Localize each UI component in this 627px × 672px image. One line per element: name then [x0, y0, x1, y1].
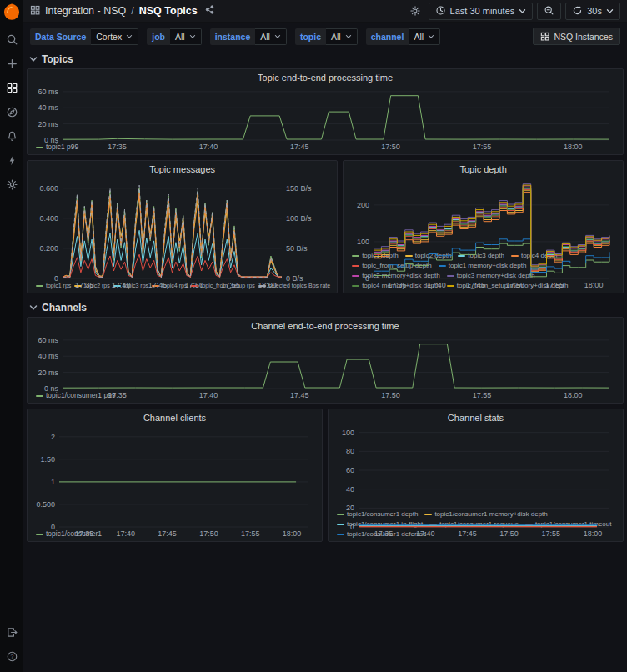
panel-topic-depth: Topic depth 010020017:3517:4017:4517:501…: [343, 160, 624, 293]
panel-title[interactable]: Channel clients: [33, 412, 317, 424]
chevron-down-icon: [345, 34, 352, 39]
chevron-down-icon: [126, 34, 133, 39]
panel-title[interactable]: Topic messages: [33, 163, 332, 176]
dashboard-settings-gear-icon[interactable]: [406, 3, 424, 18]
share-icon[interactable]: [204, 4, 215, 18]
svg-text:1: 1: [51, 478, 55, 486]
panel-title[interactable]: Channel stats: [334, 412, 618, 424]
alerting-bell-icon[interactable]: [0, 124, 23, 148]
create-icon[interactable]: [0, 52, 23, 76]
svg-text:17:50: 17:50: [381, 391, 400, 399]
panel-title[interactable]: Channel end-to-end processing time: [33, 320, 618, 333]
svg-text:40: 40: [346, 485, 354, 494]
chart-area[interactable]: 00.50011.50217:3517:4017:4517:5017:5518:…: [33, 424, 317, 529]
row-label: Channels: [42, 302, 87, 313]
svg-text:20 ms: 20 ms: [38, 369, 58, 377]
svg-text:60 ms: 60 ms: [38, 336, 58, 344]
variable-value-dropdown[interactable]: All: [409, 28, 440, 45]
chart-area[interactable]: 02040608010017:3517:4017:4517:5017:5518:…: [334, 424, 618, 509]
svg-text:0: 0: [54, 274, 58, 283]
variable-label: Data Source: [30, 28, 91, 45]
nsq-instances-link[interactable]: NSQ Instances: [533, 28, 620, 45]
svg-text:40 ms: 40 ms: [38, 352, 58, 360]
variable-value-dropdown[interactable]: All: [170, 28, 202, 45]
svg-text:100: 100: [342, 429, 354, 437]
svg-text:18:00: 18:00: [564, 143, 583, 151]
breadcrumb-folder[interactable]: Integration - NSQ: [45, 5, 126, 17]
help-icon[interactable]: ?: [0, 644, 23, 669]
svg-text:20: 20: [346, 504, 354, 512]
svg-text:?: ?: [10, 654, 13, 659]
variable-value-dropdown[interactable]: All: [326, 28, 358, 45]
row-header-channels[interactable]: Channels: [23, 298, 627, 317]
plugins-bolt-icon[interactable]: [0, 148, 23, 173]
explore-icon[interactable]: [0, 100, 23, 124]
row-label: Topics: [42, 53, 73, 65]
grafana-dashboard: { "theme": { "background": "#111217", "p…: [0, 0, 627, 672]
svg-text:17:50: 17:50: [185, 281, 204, 289]
breadcrumb-separator: /: [131, 5, 133, 17]
svg-text:0.200: 0.200: [39, 244, 58, 253]
svg-text:0.600: 0.600: [39, 184, 58, 193]
chart-area[interactable]: 0 ns20 ms40 ms60 ms17:3517:4017:4517:501…: [33, 333, 618, 390]
configuration-gear-icon[interactable]: [0, 173, 23, 197]
svg-text:17:45: 17:45: [290, 391, 309, 399]
variable-value-dropdown[interactable]: All: [255, 28, 287, 45]
chevron-down-icon: [428, 34, 434, 39]
variable-value: All: [331, 32, 341, 42]
variable-value: All: [175, 32, 185, 42]
svg-text:0 B/s: 0 B/s: [286, 274, 303, 283]
variable-value: Cortex: [96, 32, 122, 42]
chevron-down-icon: [29, 304, 38, 311]
zoom-out-button[interactable]: [537, 3, 561, 20]
dashboards-icon[interactable]: [0, 76, 23, 100]
panel-title[interactable]: Topic end-to-end processing time: [33, 72, 618, 84]
variable-channel: channel All: [366, 28, 440, 45]
chevron-down-icon: [519, 6, 526, 16]
variable-value-dropdown[interactable]: Cortex: [91, 28, 138, 45]
search-icon[interactable]: [0, 28, 23, 52]
svg-text:17:55: 17:55: [221, 281, 240, 289]
svg-text:17:55: 17:55: [241, 529, 260, 538]
svg-text:17:55: 17:55: [473, 143, 492, 151]
refresh-icon: [572, 5, 583, 18]
svg-text:17:55: 17:55: [542, 529, 561, 538]
svg-text:60 ms: 60 ms: [38, 88, 58, 96]
svg-text:18:00: 18:00: [283, 529, 302, 538]
svg-text:17:35: 17:35: [374, 529, 394, 538]
svg-text:17:35: 17:35: [108, 143, 127, 151]
grafana-logo-icon[interactable]: [3, 3, 21, 21]
svg-text:0 ns: 0 ns: [44, 384, 59, 393]
refresh-button[interactable]: 30s: [565, 3, 620, 20]
svg-text:18:00: 18:00: [258, 281, 277, 289]
dashboard-grid-icon: [540, 32, 549, 41]
chart-area[interactable]: 0 ns20 ms40 ms60 ms17:3517:4017:4517:501…: [33, 84, 618, 142]
variable-value: All: [260, 32, 270, 42]
svg-text:18:00: 18:00: [584, 281, 604, 289]
variable-label: channel: [366, 28, 409, 45]
chart-svg: 0 ns20 ms40 ms60 ms17:3517:4017:4517:501…: [33, 333, 618, 399]
svg-text:17:55: 17:55: [473, 391, 492, 399]
svg-text:0: 0: [51, 523, 55, 531]
svg-text:17:35: 17:35: [75, 529, 94, 538]
sign-out-icon[interactable]: [0, 620, 23, 644]
panel-title[interactable]: Topic depth: [349, 163, 618, 176]
svg-text:40 ms: 40 ms: [38, 103, 58, 112]
svg-text:17:45: 17:45: [148, 281, 168, 289]
svg-text:18:00: 18:00: [584, 529, 603, 538]
time-range-picker[interactable]: Last 30 minutes: [429, 3, 534, 20]
page-title[interactable]: NSQ Topics: [139, 5, 198, 17]
panel-channel-stats: Channel stats 02040608010017:3517:4017:4…: [328, 409, 624, 542]
svg-text:200: 200: [357, 201, 369, 209]
variable-value: All: [414, 32, 424, 42]
chevron-down-icon: [29, 56, 38, 63]
chart-area[interactable]: 00.2000.4000.6000 B/s50 B/s100 B/s150 B/…: [33, 176, 332, 280]
svg-text:17:50: 17:50: [499, 529, 519, 538]
variable-label: job: [147, 28, 170, 45]
chart-area[interactable]: 010020017:3517:4017:4517:5017:5518:00: [349, 176, 618, 250]
chevron-down-icon: [606, 6, 614, 16]
row-header-topics[interactable]: Topics: [23, 50, 627, 68]
variable-label: instance: [210, 28, 256, 45]
dashboard-topbar: Integration - NSQ / NSQ Topics Last 30 m…: [23, 0, 627, 23]
svg-text:0: 0: [350, 523, 354, 531]
